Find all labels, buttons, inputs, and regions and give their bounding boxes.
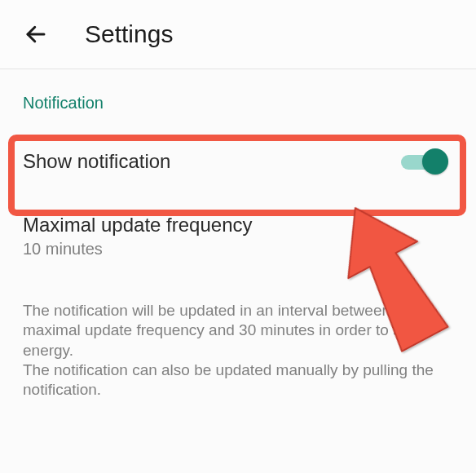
app-bar: Settings bbox=[0, 0, 476, 69]
back-button[interactable] bbox=[18, 16, 54, 52]
helper-text: The notification will be updated in an i… bbox=[0, 263, 476, 407]
row-update-frequency[interactable]: Maximal update frequency 10 minutes bbox=[0, 202, 476, 263]
page-title: Settings bbox=[85, 20, 173, 48]
show-notification-label: Show notification bbox=[23, 150, 170, 173]
toggle-thumb bbox=[422, 148, 448, 175]
update-frequency-title: Maximal update frequency bbox=[23, 214, 453, 236]
update-frequency-value: 10 minutes bbox=[23, 240, 453, 259]
content: Notification Show notification Maximal u… bbox=[0, 69, 476, 407]
show-notification-toggle[interactable] bbox=[401, 147, 447, 176]
section-header-notification: Notification bbox=[0, 69, 476, 121]
arrow-back-icon bbox=[24, 22, 48, 46]
row-show-notification[interactable]: Show notification bbox=[0, 121, 476, 202]
